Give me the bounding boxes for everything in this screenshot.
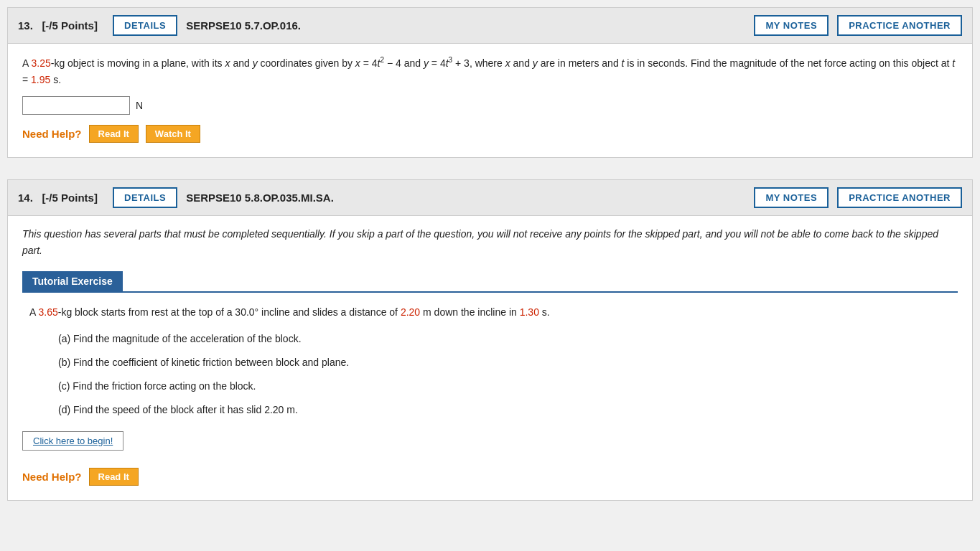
value-time-13: 1.95 [31,74,50,85]
sub-part-c: (c) Find the friction force acting on th… [58,377,958,395]
problem-header-14: 14. [-/5 Points] DETAILS SERPSE10 5.8.OP… [8,180,972,216]
need-help-label-14: Need Help? [22,471,82,483]
unit-label-13: N [136,100,143,111]
click-begin-wrapper: Click here to begin! [22,431,958,459]
problem-card-13: 13. [-/5 Points] DETAILS SERPSE10 5.7.OP… [7,7,973,158]
sub-part-d: (d) Find the speed of the block after it… [58,401,958,419]
problem-card-14: 14. [-/5 Points] DETAILS SERPSE10 5.8.OP… [7,179,973,500]
need-help-label-13: Need Help? [22,128,82,140]
tutorial-bar: Tutorial Exercise [22,271,123,291]
problem-points-label: [-/5 Points] [42,19,98,32]
read-it-button-14[interactable]: Read It [89,468,139,486]
sub-part-a: (a) Find the magnitude of the accelerati… [58,330,958,348]
click-begin-button[interactable]: Click here to begin! [22,431,123,451]
problem-code-14: SERPSE10 5.8.OP.035.MI.SA. [186,192,745,204]
answer-input-13[interactable] [22,96,130,115]
value-distance-14: 2.20 [401,306,420,318]
tutorial-header-row: Tutorial Exercise [22,271,958,293]
problem-header-13: 13. [-/5 Points] DETAILS SERPSE10 5.7.OP… [8,8,972,44]
value-time-14: 1.30 [520,306,539,318]
problem-number-13: 13. [-/5 Points] [18,19,104,32]
sub-parts-14: (a) Find the magnitude of the accelerati… [22,330,958,420]
italic-note-14: This question has several parts that mus… [22,226,958,258]
problem-number-14: 14. [-/5 Points] [18,192,104,204]
value-mass-14: 3.65 [38,306,57,318]
my-notes-button-13[interactable]: MY NOTES [754,15,829,36]
need-help-row-13: Need Help? Read It Watch It [22,125,958,143]
need-help-row-14: Need Help? Read It [22,468,958,486]
problem-code-13: SERPSE10 5.7.OP.016. [186,19,745,32]
sub-part-b: (b) Find the coefficient of kinetic fric… [58,354,958,372]
details-button-13[interactable]: DETAILS [113,15,177,36]
problem-body-14: This question has several parts that mus… [8,216,972,499]
read-it-button-13[interactable]: Read It [89,125,139,143]
problem-num-label-14: 14. [18,192,33,204]
problem-text-13: A 3.25-kg object is moving in a plane, w… [22,54,958,89]
practice-another-button-13[interactable]: PRACTICE ANOTHER [837,15,962,36]
details-button-14[interactable]: DETAILS [113,187,177,208]
my-notes-button-14[interactable]: MY NOTES [754,187,829,208]
problem-num-label: 13. [18,19,33,32]
practice-another-button-14[interactable]: PRACTICE ANOTHER [837,187,962,208]
answer-row-13: N [22,96,958,115]
problem-points-label-14: [-/5 Points] [42,192,98,204]
page-wrapper: 13. [-/5 Points] DETAILS SERPSE10 5.7.OP… [0,0,980,529]
q14-problem-text: A 3.65-kg block starts from rest at the … [22,304,958,321]
watch-it-button-13[interactable]: Watch It [146,125,200,143]
problem-body-13: A 3.25-kg object is moving in a plane, w… [8,44,972,157]
value-mass-13: 3.25 [31,57,50,69]
